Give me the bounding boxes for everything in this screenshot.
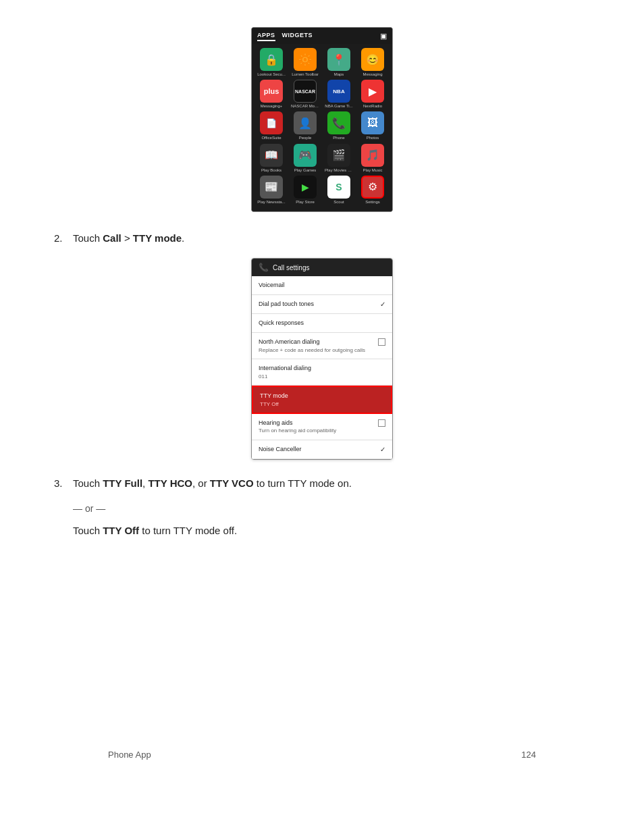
app-grid-header: APPS WIDGETS ▣ — [252, 28, 392, 44]
app-grid-row: plus Messaging+ NASCAR NASCAR Mob... NBA… — [254, 80, 390, 109]
international-label: International dialing 011 — [259, 364, 385, 380]
app-label: Play Movies &... — [325, 168, 353, 173]
list-item: 🔒 Lookout Secu... — [257, 48, 286, 77]
quick-responses-label: Quick responses — [259, 319, 385, 328]
list-item: 😊 Messaging — [358, 48, 387, 77]
list-item: 👤 People — [290, 111, 320, 140]
app-label: NASCAR Mob... — [291, 104, 319, 109]
widgets-tab: WIDGETS — [282, 30, 313, 41]
hearing-aids-label: Hearing aids Turn on hearing aid compati… — [259, 419, 375, 435]
tty-mode-label: TTY mode TTY Off — [260, 392, 384, 408]
voicemail-label: Voicemail — [259, 281, 385, 290]
app-label: Lookout Secu... — [257, 72, 286, 77]
app-grid-row: 📰 Play Newssta... ▶ Play Store S Scout ⚙… — [254, 176, 390, 205]
hearing-aids-checkbox — [378, 419, 385, 427]
tty-off-label: TTY Off — [103, 525, 139, 536]
list-item: ▶ Play Store — [290, 176, 320, 205]
messagingplus-icon: plus — [260, 80, 283, 103]
north-american-checkbox — [378, 338, 385, 346]
call-icon: 📞 — [259, 263, 269, 272]
noise-canceller-check-icon: ✓ — [380, 446, 385, 453]
list-item: 🖼 Photos — [358, 111, 387, 140]
dialpad-label: Dial pad touch tones — [259, 300, 377, 309]
dialpad-check-icon: ✓ — [380, 301, 385, 308]
playnewsstand-icon: 📰 — [260, 176, 283, 199]
app-label: OfficeSuite — [261, 136, 281, 140]
lookout-icon: 🔒 — [260, 48, 283, 71]
messaging-icon: 😊 — [361, 48, 384, 71]
scout-icon: S — [327, 176, 350, 199]
hearing-aids-item: Hearing aids Turn on hearing aid compati… — [252, 414, 392, 440]
lumen-icon: 🔆 — [294, 48, 317, 71]
app-label: Play Books — [261, 168, 281, 173]
officesuite-icon: 📄 — [260, 111, 283, 134]
tty-full-label: TTY Full — [103, 477, 142, 489]
step-number: 2. — [54, 231, 73, 246]
list-item: ⚙ Settings — [358, 176, 387, 205]
playstore-icon: ▶ — [294, 176, 317, 199]
hearing-aids-sub: Turn on hearing aid compatibility — [259, 427, 375, 434]
step-2-text: Touch Call > TTY mode. — [73, 231, 590, 246]
step-3-text: Touch TTY Full, TTY HCO, or TTY VCO to t… — [73, 476, 590, 492]
or-separator: — or — — [73, 503, 590, 514]
call-settings-title: Call settings — [273, 264, 309, 271]
app-label: Messaging — [363, 72, 382, 77]
app-label: Maps — [334, 72, 344, 77]
list-item: 🎬 Play Movies &... — [324, 144, 354, 173]
step-3b-text: Touch TTY Off to turn TTY mode off. — [73, 523, 590, 539]
tty-vco-label: TTY VCO — [210, 477, 254, 489]
north-american-item: North American dialing Replace + code as… — [252, 333, 392, 359]
or-separator-block: — or — Touch TTY Off to turn TTY mode of… — [73, 503, 590, 539]
tty-hco-label: TTY HCO — [148, 477, 192, 489]
app-label: Play Games — [294, 168, 317, 173]
app-label: Messaging+ — [261, 104, 283, 109]
photos-icon: 🖼 — [361, 111, 384, 134]
footer-left: Phone App — [108, 750, 151, 760]
list-item: 📄 OfficeSuite — [257, 111, 286, 140]
step-2: 2. Touch Call > TTY mode. — [54, 231, 590, 246]
playbooks-icon: 📖 — [260, 144, 283, 167]
list-item: 📞 Phone — [324, 111, 354, 140]
app-grid-screenshot: APPS WIDGETS ▣ 🔒 Lookout Secu... 🔆 Lumen… — [251, 27, 393, 212]
app-label: Photos — [367, 136, 379, 140]
app-label: Play Store — [296, 200, 315, 205]
quick-responses-item: Quick responses — [252, 314, 392, 333]
dialpad-item: Dial pad touch tones ✓ — [252, 295, 392, 314]
app-label: Play Music — [363, 168, 382, 173]
international-item: International dialing 011 — [252, 359, 392, 386]
list-item: NASCAR NASCAR Mob... — [290, 80, 320, 109]
playmovies-icon: 🎬 — [327, 144, 350, 167]
playgames-icon: 🎮 — [294, 144, 317, 167]
list-item: 📍 Maps — [324, 48, 354, 77]
international-sub: 011 — [259, 373, 385, 380]
step-3: 3. Touch TTY Full, TTY HCO, or TTY VCO t… — [54, 476, 590, 492]
phone-icon: 📞 — [327, 111, 350, 134]
north-american-label: North American dialing Replace + code as… — [259, 338, 375, 354]
people-icon: 👤 — [294, 111, 317, 134]
call-settings-body: Voicemail Dial pad touch tones ✓ Quick r… — [252, 276, 392, 459]
list-item: S Scout — [324, 176, 354, 205]
page-footer: Phone App 124 — [108, 750, 536, 760]
list-item: NBA NBA Game Ti... — [324, 80, 354, 109]
app-grid-row: 🔒 Lookout Secu... 🔆 Lumen Toolbar 📍 Maps… — [254, 48, 390, 77]
app-grid-body: 🔒 Lookout Secu... 🔆 Lumen Toolbar 📍 Maps… — [252, 44, 392, 211]
nascar-icon: NASCAR — [294, 80, 317, 103]
nextradio-icon: ▶ — [361, 80, 384, 103]
settings-icon: ⚙ — [361, 176, 384, 199]
app-label: Play Newssta... — [257, 200, 285, 205]
playmusic-icon: 🎵 — [361, 144, 384, 167]
app-label: Lumen Toolbar — [292, 72, 319, 77]
step-3-number: 3. — [54, 476, 73, 492]
app-label: Settings — [365, 200, 380, 205]
list-item: 🎵 Play Music — [358, 144, 387, 173]
app-label: Scout — [333, 200, 344, 205]
footer-right: 124 — [521, 750, 536, 760]
app-grid-row: 📄 OfficeSuite 👤 People 📞 Phone 🖼 Photos — [254, 111, 390, 140]
apps-tab: APPS — [257, 30, 275, 41]
app-grid-row: 📖 Play Books 🎮 Play Games 🎬 Play Movies … — [254, 144, 390, 173]
call-settings-header: 📞 Call settings — [252, 259, 392, 276]
step2-bold1: Call — [103, 232, 122, 244]
call-settings-screenshot: 📞 Call settings Voicemail Dial pad touch… — [251, 258, 393, 459]
noise-canceller-label: Noise Canceller — [259, 445, 377, 454]
list-item: 🎮 Play Games — [290, 144, 320, 173]
